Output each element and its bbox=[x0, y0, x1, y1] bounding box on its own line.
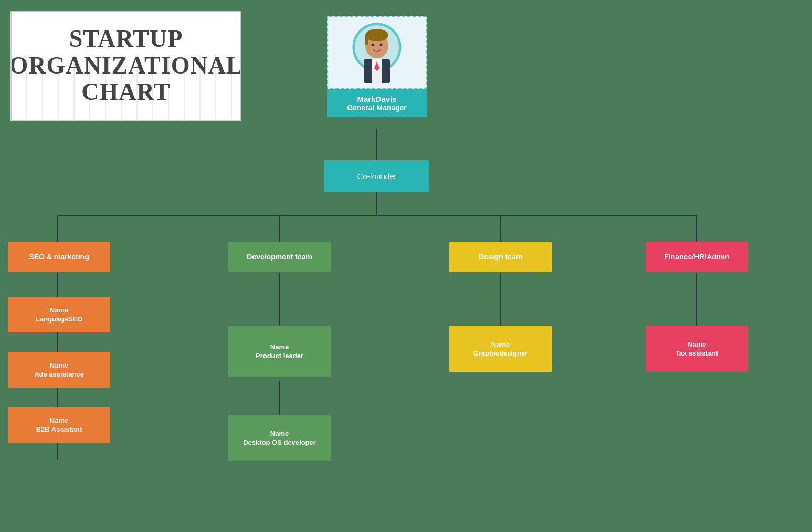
dev-child-0: Name Product leader bbox=[228, 326, 331, 377]
manager-role: General Manager bbox=[331, 103, 423, 112]
dev-child-0-role: Product leader bbox=[256, 352, 303, 360]
dept-dev: Development team bbox=[228, 242, 331, 272]
seo-child-0-role: LanguageSEO bbox=[36, 315, 82, 323]
dept-finance-label: Finance/HR/Admin bbox=[664, 253, 729, 261]
design-child-0: Name Graphicdesigner bbox=[449, 326, 552, 372]
seo-child-1-name: Name bbox=[50, 361, 68, 369]
dept-design-label: Design team bbox=[479, 253, 522, 261]
seo-child-1: Name Ads assistance bbox=[8, 352, 110, 388]
top-manager-node: MarkDavis General Manager bbox=[324, 16, 429, 117]
dev-child-1-role: Desktop OS developer bbox=[243, 439, 316, 446]
dept-dev-label: Development team bbox=[247, 253, 312, 261]
dept-seo-label: SEO & marketing bbox=[29, 253, 89, 261]
cofounder-label: Co-founder bbox=[357, 172, 396, 181]
seo-child-2-role: B2B Assistant bbox=[36, 425, 82, 433]
manager-label: MarkDavis General Manager bbox=[327, 89, 427, 117]
dept-finance: Finance/HR/Admin bbox=[646, 242, 748, 272]
dev-child-1: Name Desktop OS developer bbox=[228, 415, 331, 461]
design-child-0-role: Graphicdesigner bbox=[473, 349, 528, 357]
seo-child-1-role: Ads assistance bbox=[34, 370, 84, 378]
manager-image bbox=[327, 16, 427, 89]
seo-child-2-name: Name bbox=[50, 416, 68, 424]
svg-point-23 bbox=[372, 44, 374, 46]
design-child-0-name: Name bbox=[491, 340, 510, 348]
dev-child-0-name: Name bbox=[270, 343, 289, 351]
cofounder-node: Co-founder bbox=[324, 160, 429, 192]
finance-child-0-name: Name bbox=[688, 340, 706, 348]
svg-rect-22 bbox=[365, 35, 368, 45]
title-line1: STARTUP bbox=[69, 25, 183, 52]
seo-child-0-name: Name bbox=[50, 306, 68, 314]
chart-container: STARTUP ORGANIZATIONAL CHART bbox=[0, 0, 812, 532]
svg-point-21 bbox=[365, 29, 388, 41]
manager-name: MarkDavis bbox=[331, 95, 423, 103]
dept-seo: SEO & marketing bbox=[8, 242, 110, 272]
title-text: STARTUP ORGANIZATIONAL CHART bbox=[10, 26, 241, 106]
title-box: STARTUP ORGANIZATIONAL CHART bbox=[10, 11, 241, 121]
finance-child-0-role: Tax assistant bbox=[676, 349, 718, 357]
title-line2: ORGANIZATIONAL bbox=[10, 52, 241, 79]
dev-child-1-name: Name bbox=[270, 430, 289, 437]
title-line3: CHART bbox=[81, 78, 171, 105]
seo-child-0: Name LanguageSEO bbox=[8, 297, 110, 332]
avatar-svg bbox=[343, 18, 411, 87]
seo-child-2: Name B2B Assistant bbox=[8, 407, 110, 443]
finance-child-0: Name Tax assistant bbox=[646, 326, 748, 372]
dept-design: Design team bbox=[449, 242, 552, 272]
svg-point-24 bbox=[380, 44, 383, 46]
